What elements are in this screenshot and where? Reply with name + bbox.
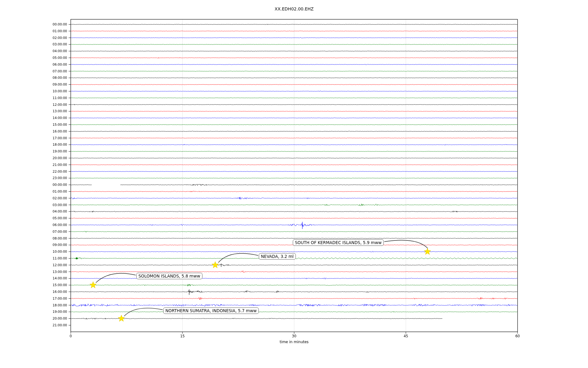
y-tick-label: 09:00:00 xyxy=(0,82,67,86)
y-tick-label: 19:00:00 xyxy=(0,310,67,314)
y-tick-label: 07:00:00 xyxy=(0,230,67,234)
y-tick-label: 01:00:00 xyxy=(0,190,67,194)
y-tick-label: 15:00:00 xyxy=(0,123,67,127)
y-tick-label: 01:00:00 xyxy=(0,29,67,33)
y-tick-label: 16:00:00 xyxy=(0,129,67,133)
y-tick-label: 10:00:00 xyxy=(0,250,67,254)
y-tick-label: 00:00:00 xyxy=(0,183,67,187)
event-annotation: NORTHERN SUMATRA, INDONESIA, 5.7 mww xyxy=(163,308,259,314)
y-tick-label: 03:00:00 xyxy=(0,203,67,207)
y-tick-label: 16:00:00 xyxy=(0,290,67,294)
y-tick-label: 02:00:00 xyxy=(0,196,67,200)
event-annotation: SOLOMON ISLANDS, 5.8 mww xyxy=(136,273,202,279)
y-tick-label: 03:00:00 xyxy=(0,42,67,46)
y-tick-label: 08:00:00 xyxy=(0,76,67,80)
y-tick-label: 20:00:00 xyxy=(0,156,67,160)
y-tick-label: 12:00:00 xyxy=(0,263,67,267)
y-tick-label: 07:00:00 xyxy=(0,69,67,73)
y-tick-label: 18:00:00 xyxy=(0,303,67,307)
y-tick-label: 12:00:00 xyxy=(0,103,67,107)
helicorder-figure: XX.EDH02.00.EHZ time in minutes 00:00:00… xyxy=(0,0,588,368)
event-annotation: SOUTH OF KERMADEC ISLANDS, 5.9 mww xyxy=(293,240,384,246)
y-tick-label: 02:00:00 xyxy=(0,36,67,40)
y-tick-label: 19:00:00 xyxy=(0,149,67,153)
x-axis-label: time in minutes xyxy=(71,340,518,344)
y-tick-label: 10:00:00 xyxy=(0,89,67,93)
y-tick-label: 20:00:00 xyxy=(0,316,67,320)
x-tick-label: 0 xyxy=(62,334,80,338)
y-tick-label: 13:00:00 xyxy=(0,270,67,274)
y-tick-label: 06:00:00 xyxy=(0,223,67,227)
y-tick-label: 21:00:00 xyxy=(0,163,67,167)
x-tick-label: 30 xyxy=(285,334,303,338)
y-tick-label: 08:00:00 xyxy=(0,236,67,240)
y-tick-label: 13:00:00 xyxy=(0,109,67,113)
y-tick-label: 11:00:00 xyxy=(0,96,67,100)
event-annotation: NEVADA, 3.2 ml xyxy=(259,253,296,260)
y-tick-label: 00:00:00 xyxy=(0,22,67,26)
x-tick-label: 15 xyxy=(173,334,192,338)
y-tick-label: 22:00:00 xyxy=(0,170,67,174)
y-tick-label: 04:00:00 xyxy=(0,209,67,213)
y-tick-label: 18:00:00 xyxy=(0,143,67,147)
y-tick-label: 14:00:00 xyxy=(0,276,67,280)
y-tick-label: 21:00:00 xyxy=(0,323,67,327)
y-tick-label: 06:00:00 xyxy=(0,63,67,67)
y-tick-label: 05:00:00 xyxy=(0,56,67,60)
y-tick-label: 04:00:00 xyxy=(0,49,67,53)
y-tick-label: 05:00:00 xyxy=(0,216,67,220)
chart-title: XX.EDH02.00.EHZ xyxy=(71,6,518,11)
x-tick-label: 45 xyxy=(397,334,415,338)
waveform-canvas xyxy=(0,0,588,368)
y-tick-label: 17:00:00 xyxy=(0,136,67,140)
y-tick-label: 23:00:00 xyxy=(0,176,67,180)
y-tick-label: 09:00:00 xyxy=(0,243,67,247)
y-tick-label: 15:00:00 xyxy=(0,283,67,287)
y-tick-label: 17:00:00 xyxy=(0,297,67,301)
x-tick-label: 60 xyxy=(508,334,527,338)
y-tick-label: 11:00:00 xyxy=(0,256,67,260)
y-tick-label: 14:00:00 xyxy=(0,116,67,120)
